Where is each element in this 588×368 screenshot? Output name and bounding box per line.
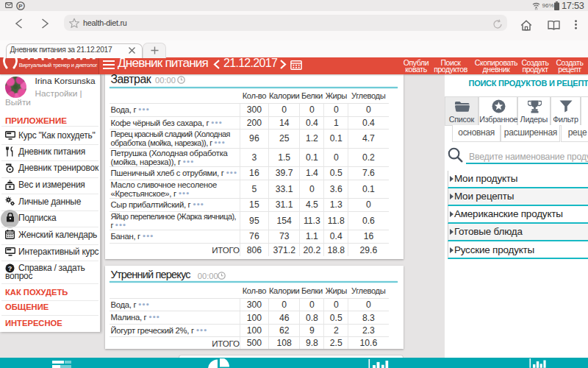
svg-text:P: P xyxy=(18,3,23,10)
